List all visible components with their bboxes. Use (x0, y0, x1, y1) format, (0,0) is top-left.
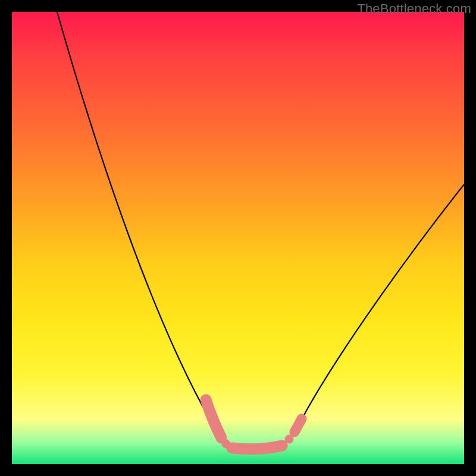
curve-layer (12, 12, 464, 464)
plot-area (12, 12, 464, 464)
highlight-left (206, 400, 221, 438)
chart-frame: TheBottleneck.com (0, 0, 476, 476)
highlight-dot-1 (222, 440, 231, 449)
highlight-dot-2 (285, 435, 294, 444)
highlight-right (295, 419, 302, 432)
attribution-text: TheBottleneck.com (357, 1, 471, 17)
highlight-bottom (232, 446, 282, 449)
main-curve (57, 12, 464, 449)
